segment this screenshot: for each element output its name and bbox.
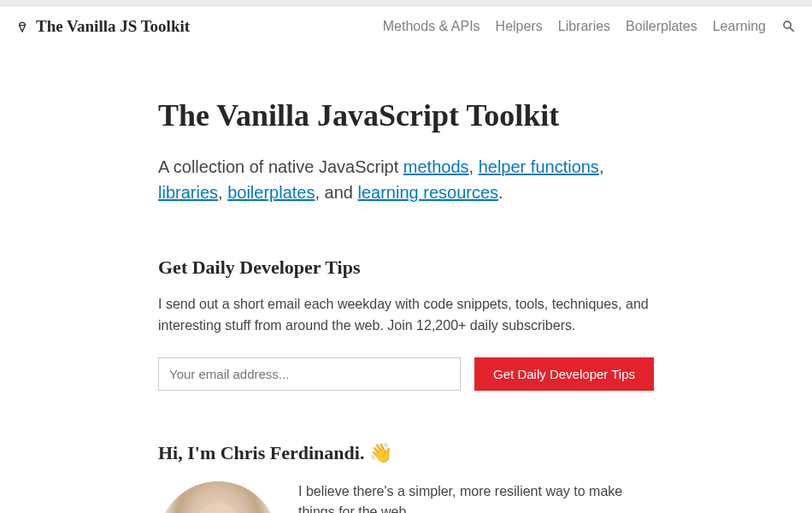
intro-link-methods[interactable]: methods: [403, 157, 469, 176]
browser-chrome-bar: [0, 0, 812, 7]
icecream-icon: [15, 20, 29, 33]
intro-link-learning-resources[interactable]: learning resources: [358, 183, 499, 202]
bio-heading: Hi, I'm Chris Ferdinandi. 👋: [158, 442, 654, 464]
bio-text: I believe there's a simpler, more resili…: [298, 481, 654, 513]
main-nav: Methods & APIs Helpers Libraries Boilerp…: [383, 19, 797, 34]
main-content: The Vanilla JavaScript Toolkit A collect…: [150, 46, 662, 513]
nav-libraries[interactable]: Libraries: [558, 19, 610, 34]
subscribe-button[interactable]: Get Daily Developer Tips: [474, 357, 654, 391]
site-title: The Vanilla JS Toolkit: [36, 17, 190, 36]
avatar: [158, 481, 278, 513]
bio-heading-text: Hi, I'm Chris Ferdinandi.: [158, 442, 369, 463]
nav-methods-apis[interactable]: Methods & APIs: [383, 19, 480, 34]
tips-heading: Get Daily Developer Tips: [158, 256, 654, 279]
signup-form: Get Daily Developer Tips: [158, 357, 654, 391]
email-field[interactable]: [158, 357, 461, 391]
site-logo[interactable]: The Vanilla JS Toolkit: [15, 17, 190, 36]
wave-icon: 👋: [369, 442, 392, 464]
bio-section: I believe there's a simpler, more resili…: [158, 481, 654, 513]
intro-link-helper-functions[interactable]: helper functions: [479, 157, 599, 176]
nav-helpers[interactable]: Helpers: [496, 19, 543, 34]
search-icon[interactable]: [781, 19, 797, 34]
intro-link-boilerplates[interactable]: boilerplates: [227, 183, 315, 202]
nav-boilerplates[interactable]: Boilerplates: [626, 19, 697, 34]
intro-prefix: A collection of native JavaScript: [158, 157, 403, 176]
site-header: The Vanilla JS Toolkit Methods & APIs He…: [0, 7, 812, 46]
intro-paragraph: A collection of native JavaScript method…: [158, 154, 654, 205]
intro-link-libraries[interactable]: libraries: [158, 183, 218, 202]
nav-learning[interactable]: Learning: [713, 19, 766, 34]
tips-description: I send out a short email each weekday wi…: [158, 294, 654, 337]
page-title: The Vanilla JavaScript Toolkit: [158, 97, 654, 133]
